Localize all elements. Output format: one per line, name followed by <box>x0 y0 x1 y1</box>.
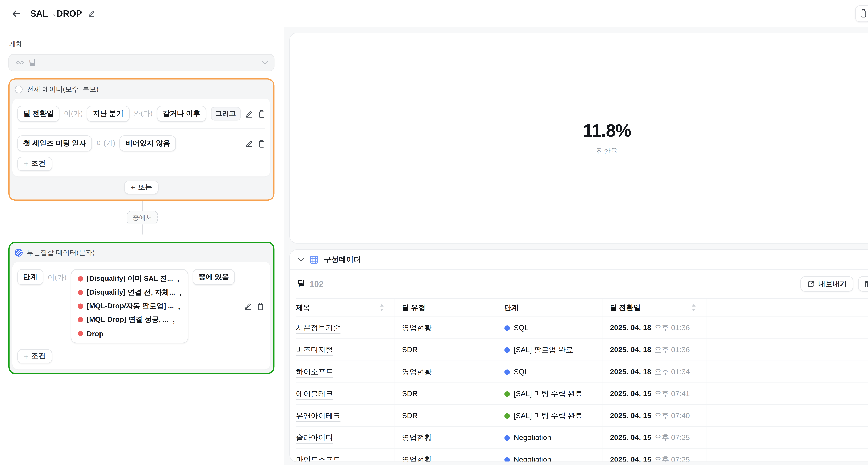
table-row[interactable]: 에이블테크SDR[SAL] 미팅 수립 완료2025. 04. 15오후 07:… <box>296 383 868 405</box>
empty-cell <box>707 405 868 427</box>
delete-report-button[interactable] <box>855 5 868 22</box>
chevron-down-icon <box>261 61 268 65</box>
grid-icon <box>310 255 318 264</box>
table-row[interactable]: 하이소프트영업현황SQL2025. 04. 18오후 01:34 <box>296 361 868 383</box>
add-condition-button[interactable]: + 조건 <box>17 157 52 171</box>
pencil-icon <box>88 9 95 17</box>
deal-title-link[interactable]: 하이소프트 <box>296 367 333 377</box>
table-row-count: 102 <box>310 279 323 289</box>
table-icon <box>865 280 868 288</box>
delete-condition-button[interactable] <box>258 139 266 148</box>
column-header-단계: 단계 <box>497 298 602 317</box>
deal-title-link[interactable]: 마인드소프트 <box>296 455 341 462</box>
edit-condition-button[interactable] <box>245 110 253 118</box>
add-or-label: 또는 <box>138 183 152 192</box>
separator: , <box>173 316 175 324</box>
table-row[interactable]: 유앤아이테크SDR[SAL] 미팅 수립 완료2025. 04. 15오후 07… <box>296 405 868 427</box>
row-actions <box>244 302 265 311</box>
conjunction-text: 와(과) <box>133 108 153 119</box>
numerator-radio[interactable] <box>15 249 23 257</box>
sort-icon[interactable] <box>691 304 695 311</box>
trash-icon <box>258 110 266 118</box>
deal-title-link[interactable]: 유앤아이테크 <box>296 411 341 421</box>
operator-chip[interactable]: 같거나 이후 <box>157 106 206 122</box>
deal-type-cell: 영업현황 <box>395 361 497 383</box>
edit-condition-button[interactable] <box>245 140 253 147</box>
numerator-header: 부분집합 데이터(분자) <box>9 243 273 262</box>
denominator-group: 전체 데이터(모수, 분모) 딜 전환일 이(가) 지난 분기 와(과) 같거나… <box>8 79 275 201</box>
denominator-card: 딜 전환일 이(가) 지난 분기 와(과) 같거나 이후 그리고 <box>12 99 271 176</box>
arrow-left-icon <box>11 9 21 18</box>
filter-row: 첫 세일즈 미팅 일자 이(가) 비어있지 않음 <box>17 135 266 151</box>
stage-cell: [SAL] 팔로업 완료 <box>497 339 602 361</box>
funnel-connector: 중에서 <box>8 201 276 235</box>
connector-label: 중에서 <box>127 211 158 225</box>
value-chip[interactable]: 지난 분기 <box>87 106 129 122</box>
stage-cell: [SAL] 미팅 수립 완료 <box>497 405 602 427</box>
table-row[interactable]: 솔라아이티영업현황Negotiation2025. 04. 15오후 07:25 <box>296 427 868 449</box>
add-or-button[interactable]: + 또는 <box>124 180 159 194</box>
stage-value-item: [MQL-Drop] 연결 성공, ..., <box>78 313 181 327</box>
field-chip[interactable]: 첫 세일즈 미팅 일자 <box>17 135 92 151</box>
stage-dot-icon <box>504 457 509 462</box>
edit-condition-button[interactable] <box>244 303 252 310</box>
deal-title-link[interactable]: 솔라아이티 <box>296 433 333 443</box>
table-section-header: 구성데이터 <box>290 250 868 270</box>
stage-label: [SAL] 미팅 수립 완료 <box>514 389 583 399</box>
operator-chip[interactable]: 비어있지 않음 <box>119 135 176 151</box>
add-condition-label: 조건 <box>31 159 45 168</box>
plus-icon: + <box>24 160 28 167</box>
field-chip[interactable]: 단계 <box>17 269 43 285</box>
stage-cell: Negotiation <box>497 427 602 449</box>
add-condition-label: 조건 <box>31 352 45 361</box>
deal-title-link[interactable]: 에이블테크 <box>296 389 333 399</box>
back-button[interactable] <box>9 6 23 21</box>
stage-value-label: [MQL-Drop] 연결 성공, ... <box>87 315 169 325</box>
display-settings-button[interactable]: 디스플레이 <box>858 276 868 291</box>
deal-title-link[interactable]: 비즈디지털 <box>296 345 333 355</box>
add-condition-button[interactable]: + 조건 <box>17 349 52 364</box>
handshake-icon <box>16 59 24 66</box>
stage-dot-icon <box>504 391 509 397</box>
red-dot-icon <box>78 331 83 336</box>
top-bar: SAL→DROP 저장하기 <box>0 0 868 27</box>
delete-condition-button[interactable] <box>258 110 266 118</box>
export-button[interactable]: 내보내기 <box>801 276 854 291</box>
table-actions: 내보내기 디스플레이 <box>801 276 868 291</box>
connector-line <box>142 225 143 235</box>
red-dot-icon <box>78 317 83 323</box>
stage-values-chip[interactable]: [Disqualify] 이미 SAL 진...,[Disqualify] 연결… <box>71 269 188 343</box>
copula-text: 이(가) <box>96 138 116 148</box>
table-row[interactable]: 비즈디지털SDR[SAL] 팔로업 완료2025. 04. 18오후 01:36 <box>296 339 868 361</box>
denominator-radio[interactable] <box>15 86 23 93</box>
export-icon <box>807 280 814 288</box>
stage-value-item: [Disqualify] 연결 전, 자체..., <box>78 286 181 300</box>
stage-label: SQL <box>514 368 529 376</box>
delete-condition-button[interactable] <box>257 302 265 311</box>
rename-title-button[interactable] <box>88 9 95 17</box>
operator-chip[interactable]: 중에 있음 <box>192 269 235 285</box>
table-row[interactable]: 시온정보기술영업현황SQL2025. 04. 18오후 01:36 <box>296 317 868 339</box>
stage-cell: [SAL] 미팅 수립 완료 <box>497 383 602 405</box>
column-header-딜 전환일[interactable]: 딜 전환일 <box>602 298 707 317</box>
table-entity-name: 딜 <box>297 279 305 289</box>
column-label: 단계 <box>504 303 518 312</box>
pencil-icon <box>245 110 253 118</box>
stage-label: SQL <box>514 324 529 332</box>
deal-title-link[interactable]: 시온정보기술 <box>296 323 341 334</box>
column-header-제목[interactable]: 제목 <box>296 298 395 317</box>
collapse-chevron-icon[interactable] <box>298 257 304 261</box>
column-header-딜 유형: 딜 유형 <box>395 298 497 317</box>
stage-cell: SQL <box>497 361 602 383</box>
table-row[interactable]: 마인드소프트영업현황Negotiation2025. 04. 15오후 07:2… <box>296 449 868 462</box>
plus-icon: + <box>24 352 28 360</box>
entity-select[interactable]: 딜 <box>8 54 275 71</box>
logic-and-chip[interactable]: 그리고 <box>211 107 241 121</box>
trash-icon <box>257 302 265 311</box>
copula-text: 이(가) <box>48 269 67 283</box>
sort-icon[interactable] <box>379 304 384 311</box>
table-toolbar: 딜 102 내보내기 디스플레이 <box>290 270 868 298</box>
deal-type-cell: SDR <box>395 383 497 405</box>
field-chip[interactable]: 딜 전환일 <box>17 106 60 122</box>
conversion-date-cell: 2025. 04. 15오후 07:41 <box>602 383 707 405</box>
